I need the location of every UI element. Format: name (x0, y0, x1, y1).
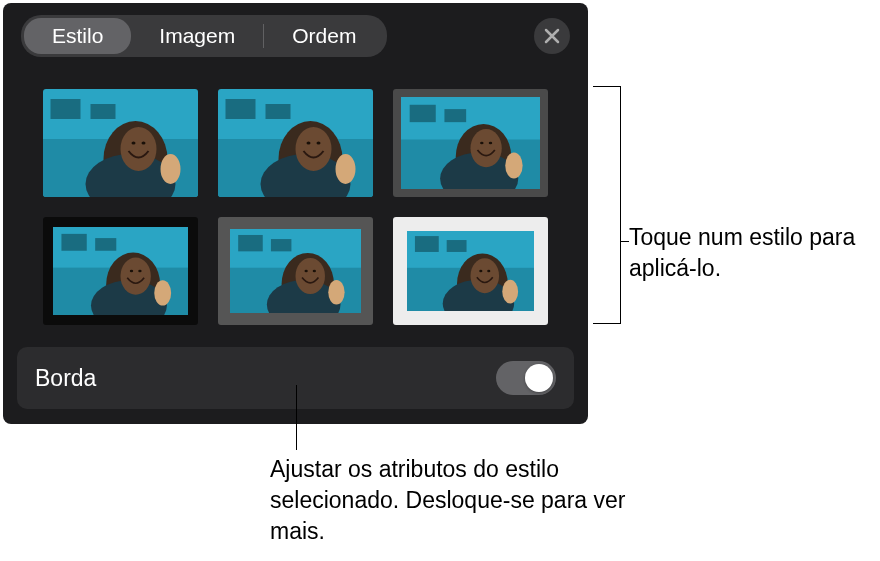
svg-point-7 (132, 142, 136, 145)
svg-rect-12 (226, 99, 256, 119)
close-icon (544, 28, 560, 44)
svg-point-47 (305, 270, 308, 272)
style-thumbnail (43, 217, 198, 325)
svg-point-56 (471, 258, 500, 293)
format-panel: Estilo Imagem Ordem (3, 3, 588, 424)
tab-order[interactable]: Ordem (264, 18, 384, 54)
style-option-gray-frame[interactable] (393, 89, 548, 197)
style-thumbnail (393, 217, 548, 325)
svg-point-49 (328, 280, 344, 305)
svg-point-58 (487, 270, 490, 272)
svg-rect-42 (238, 235, 263, 251)
svg-point-16 (296, 127, 332, 171)
svg-point-48 (313, 270, 316, 272)
svg-rect-23 (444, 109, 466, 122)
callout-bracket-top (593, 86, 621, 324)
close-button[interactable] (534, 18, 570, 54)
style-thumbnail (218, 217, 373, 325)
svg-point-39 (154, 280, 171, 305)
svg-rect-53 (447, 240, 467, 252)
tab-image[interactable]: Imagem (131, 18, 263, 54)
svg-point-17 (307, 142, 311, 145)
tab-style[interactable]: Estilo (24, 18, 131, 54)
panel-header: Estilo Imagem Ordem (3, 3, 588, 69)
svg-point-28 (489, 142, 492, 145)
svg-rect-32 (61, 234, 86, 251)
svg-point-29 (505, 153, 522, 179)
style-option-plain[interactable] (43, 89, 198, 197)
style-thumbnail (218, 89, 373, 197)
svg-rect-13 (266, 104, 291, 119)
style-option-reflection[interactable] (218, 89, 373, 197)
svg-point-38 (138, 270, 141, 273)
style-option-fat-gray-frame[interactable] (218, 217, 373, 325)
svg-rect-43 (271, 239, 291, 251)
svg-rect-52 (415, 236, 439, 252)
svg-rect-3 (91, 104, 116, 119)
svg-point-6 (121, 127, 157, 171)
svg-rect-2 (51, 99, 81, 119)
style-thumbnail (43, 89, 198, 197)
svg-point-18 (317, 142, 321, 145)
svg-point-27 (480, 142, 483, 145)
callout-top: Toque num estilo para aplicá-lo. (629, 222, 869, 284)
toggle-knob (525, 364, 553, 392)
svg-point-37 (130, 270, 133, 273)
svg-point-57 (479, 270, 482, 272)
style-option-black-frame[interactable] (43, 217, 198, 325)
svg-rect-22 (410, 105, 436, 122)
svg-point-59 (502, 280, 518, 304)
svg-rect-33 (95, 238, 116, 251)
style-grid (3, 69, 588, 347)
callout-line-bottom (296, 385, 297, 450)
border-toggle[interactable] (496, 361, 556, 395)
svg-point-19 (336, 154, 356, 184)
style-thumbnail (393, 89, 548, 197)
callout-bottom: Ajustar os atributos do estilo seleciona… (270, 454, 650, 547)
svg-point-26 (471, 129, 502, 167)
svg-point-46 (296, 258, 325, 294)
svg-point-36 (121, 258, 151, 295)
svg-point-9 (161, 154, 181, 184)
style-option-white-mat[interactable] (393, 217, 548, 325)
svg-point-8 (142, 142, 146, 145)
tab-bar: Estilo Imagem Ordem (21, 15, 387, 57)
border-label: Borda (35, 365, 496, 392)
